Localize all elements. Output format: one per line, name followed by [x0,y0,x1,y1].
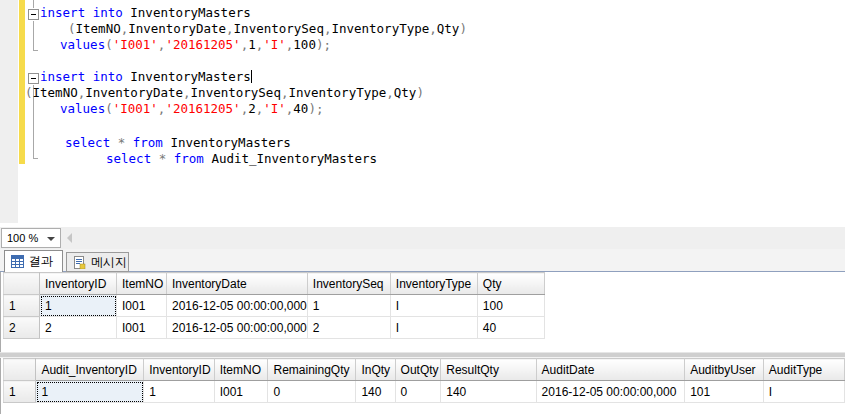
tab-results-label: 결과 [29,253,53,270]
grid-cell[interactable]: 2016-12-05 00:00:00,000 [167,295,308,317]
grid-cell[interactable]: 101 [685,381,764,403]
table-row: 11I0012016-12-05 00:00:00,0001I100 [4,295,545,317]
chevron-left-icon[interactable] [67,233,72,243]
row-header[interactable]: 2 [4,317,40,339]
column-header[interactable]: ResultQty [441,359,536,381]
grid-cell[interactable]: I001 [117,295,167,317]
column-header[interactable]: InventoryDate [167,273,308,295]
grid-cell[interactable]: 2016-12-05 00:00:00,000 [167,317,308,339]
chevron-down-icon [47,237,55,241]
column-header[interactable]: InQty [356,359,395,381]
zoom-level-value: 100 % [7,232,38,244]
sql-editor[interactable]: insert into InventoryMasters(ItemNO,Inve… [0,0,845,227]
grid-cell[interactable]: 1 [307,295,390,317]
column-header[interactable]: Audit_InventoryID [36,359,144,381]
code-line[interactable]: values('I001','20161205',1,'I',100); [60,38,331,52]
column-header[interactable]: AuditType [763,359,844,381]
column-header[interactable]: OutQty [395,359,441,381]
text-caret [251,70,252,83]
code-line[interactable]: insert into InventoryMasters [40,6,251,20]
column-header[interactable]: RemainingQty [268,359,356,381]
code-line[interactable]: values('I001','20161205',2,'I',40); [60,102,323,116]
code-line[interactable]: (ItemNO,InventoryDate,InventorySeq,Inven… [68,22,467,36]
results-tabbar: 결과 메시지 [0,249,845,272]
column-header[interactable]: ItemNO [117,273,167,295]
row-header[interactable]: 1 [4,295,40,317]
collapse-minus-icon[interactable] [28,73,39,84]
column-header[interactable]: InventorySeq [307,273,390,295]
grid-cell[interactable]: 2 [40,317,117,339]
corner-header[interactable] [4,273,40,295]
code-text[interactable]: insert into InventoryMasters(ItemNO,Inve… [0,0,845,227]
grid-cell[interactable]: 0 [268,381,356,403]
code-line[interactable]: select * from InventoryMasters [65,136,291,150]
grid-cell[interactable]: I001 [117,317,167,339]
grid-cell[interactable]: 1 [40,295,117,317]
grid-cell[interactable]: I [763,381,844,403]
table-row: 22I0012016-12-05 00:00:00,0002I40 [4,317,545,339]
tab-messages[interactable]: 메시지 [66,252,129,272]
grid-cell[interactable]: 1 [144,381,214,403]
message-document-icon [73,256,86,269]
column-header[interactable]: ItemNO [214,359,268,381]
column-header[interactable]: InventoryType [390,273,477,295]
table-grid-icon [11,255,24,268]
grid-cell[interactable]: 2016-12-05 00:00:00,000 [536,381,685,403]
tab-results[interactable]: 결과 [4,250,63,272]
row-header[interactable]: 1 [4,381,36,403]
column-header[interactable]: AuditDate [536,359,685,381]
grid-cell[interactable]: 140 [441,381,536,403]
corner-header[interactable] [4,359,36,381]
zoom-level-dropdown[interactable]: 100 % [1,228,61,248]
grid-cell[interactable]: 100 [477,295,544,317]
grid-cell[interactable]: I001 [214,381,268,403]
ssms-query-window: insert into InventoryMasters(ItemNO,Inve… [0,0,845,414]
grid-cell[interactable]: 2 [307,317,390,339]
editor-bottom-bar: 100 % [0,227,845,249]
code-line[interactable]: select * from Audit_InventoryMasters [106,152,377,166]
column-header[interactable]: InventoryID [144,359,214,381]
collapse-minus-icon[interactable] [28,9,39,20]
column-header[interactable]: Qty [477,273,544,295]
grid-cell[interactable]: I [390,317,477,339]
grid-cell[interactable]: I [390,295,477,317]
results-grid-inventorymasters: InventoryIDItemNOInventoryDateInventoryS… [0,272,845,352]
code-line[interactable]: (ItemNO,InventoryDate,InventorySeq,Inven… [25,86,424,100]
column-header[interactable]: AuditbyUser [685,359,764,381]
grid-cell[interactable]: 1 [36,381,144,403]
table-row: 111I001014001402016-12-05 00:00:00,00010… [4,381,845,403]
results-grid-audit-inventorymasters: Audit_InventoryIDInventoryIDItemNORemain… [0,358,845,414]
grid-cell[interactable]: 40 [477,317,544,339]
column-header[interactable]: InventoryID [40,273,117,295]
grid-cell[interactable]: 140 [356,381,395,403]
code-line[interactable]: insert into InventoryMasters [40,70,252,84]
tab-messages-label: 메시지 [91,254,127,271]
grid-cell[interactable]: 0 [395,381,441,403]
